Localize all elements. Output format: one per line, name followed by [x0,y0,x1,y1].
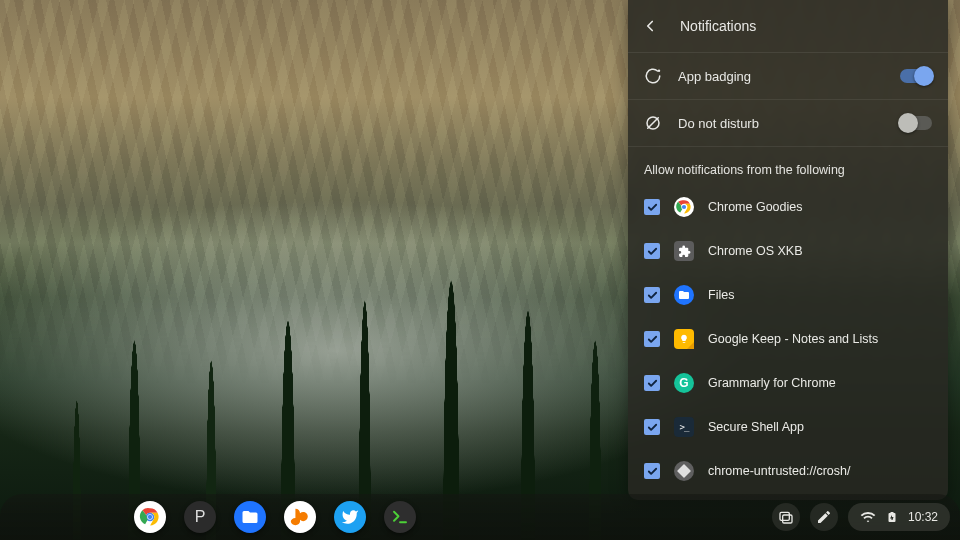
shelf-app-terminal[interactable] [384,501,416,533]
svg-rect-12 [783,515,792,523]
tray-overview-button[interactable] [772,503,800,531]
app-checkbox[interactable] [644,243,660,259]
chrome-icon [674,197,694,217]
app-badging-label: App badging [678,69,884,84]
battery-icon [886,509,898,525]
overview-icon [778,509,794,525]
terminal-icon [391,508,409,526]
app-name-label: Google Keep - Notes and Lists [708,332,878,346]
shelf-app-chrome[interactable] [134,501,166,533]
app-row[interactable]: Files [628,273,948,317]
tray-pen-button[interactable] [810,503,838,531]
app-row[interactable]: GGrammarly for Chrome [628,361,948,405]
app-name-label: Grammarly for Chrome [708,376,836,390]
dnd-row[interactable]: Do not disturb [628,100,948,147]
app-checkbox[interactable] [644,199,660,215]
shelf-apps: P [134,501,416,533]
svg-point-5 [682,205,686,209]
app-row[interactable]: Chrome OS XKB [628,229,948,273]
allow-section-label: Allow notifications from the following [628,147,948,185]
clock: 10:32 [908,510,938,524]
app-checkbox[interactable] [644,287,660,303]
shelf-app-orange[interactable] [284,501,316,533]
app-badging-row[interactable]: App badging [628,53,948,100]
twitter-icon [341,508,359,526]
app-name-label: Chrome OS XKB [708,244,802,258]
svg-point-0 [658,70,660,72]
shell-icon: >_ [674,417,694,437]
wifi-icon [860,509,876,525]
panel-header: Notifications [628,0,948,53]
folder-icon [241,508,259,526]
keep-icon [674,329,694,349]
pen-icon [816,509,832,525]
squirrel-icon [289,506,311,528]
grammarly-icon: G [674,373,694,393]
app-checkbox[interactable] [644,463,660,479]
back-button[interactable] [638,14,662,38]
dnd-icon [644,114,662,132]
app-name-label: Files [708,288,734,302]
app-name-label: Secure Shell App [708,420,804,434]
shelf-app-files[interactable] [234,501,266,533]
files-icon [674,285,694,305]
status-pill[interactable]: 10:32 [848,503,950,531]
shelf: P 10:32 [0,494,960,540]
notifications-panel: Notifications App badging Do not disturb… [628,0,948,500]
app-name-label: chrome-untrusted://crosh/ [708,464,850,478]
extension-icon [674,241,694,261]
dnd-label: Do not disturb [678,116,884,131]
app-row[interactable]: >_Secure Shell App [628,405,948,449]
app-row[interactable]: Google Keep - Notes and Lists [628,317,948,361]
panel-title: Notifications [680,18,756,34]
svg-line-2 [648,118,659,129]
svg-point-9 [148,515,152,519]
app-row[interactable]: Chrome Goodies [628,185,948,229]
chrome-icon [137,504,163,530]
app-checkbox[interactable] [644,375,660,391]
system-tray: 10:32 [772,503,950,531]
app-name-label: Chrome Goodies [708,200,803,214]
refresh-icon [644,67,662,85]
svg-rect-11 [780,512,789,520]
app-row[interactable]: chrome-untrusted://crosh/ [628,449,948,493]
dnd-toggle[interactable] [900,116,932,130]
app-checkbox[interactable] [644,331,660,347]
shelf-app-p[interactable]: P [184,501,216,533]
app-list: Chrome GoodiesChrome OS XKBFilesGoogle K… [628,185,948,493]
app-checkbox[interactable] [644,419,660,435]
chevron-left-icon [641,17,659,35]
chrome-mono-icon [674,461,694,481]
shelf-app-twitter[interactable] [334,501,366,533]
app-badging-toggle[interactable] [900,69,932,83]
